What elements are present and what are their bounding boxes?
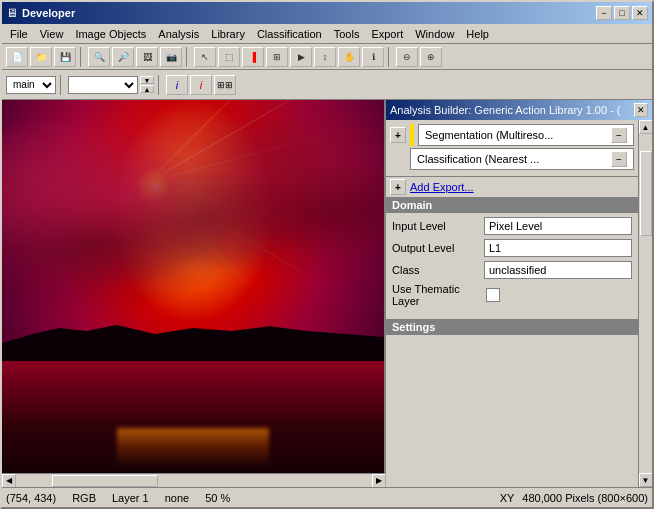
toolbar-btn-cursor[interactable]: ↕ xyxy=(314,47,336,67)
status-bar: (754, 434) RGB Layer 1 none 50 % XY 480,… xyxy=(2,487,652,507)
domain-section: Domain Input Level Output Level xyxy=(386,197,638,487)
pixel-count: 480,000 Pixels (800×600) xyxy=(522,492,648,504)
menu-image-objects[interactable]: Image Objects xyxy=(69,26,152,42)
toolbar-btn-zoom-out[interactable]: 🔎 xyxy=(112,47,134,67)
ab-close-button[interactable]: ✕ xyxy=(634,103,648,117)
toolbar-btn-export[interactable]: ⬚ xyxy=(218,47,240,67)
thematic-checkbox[interactable] xyxy=(486,288,500,302)
scroll-down-btn[interactable]: ▼ xyxy=(639,473,653,487)
layer-select[interactable] xyxy=(68,76,138,94)
output-level-row: Output Level xyxy=(392,239,632,257)
class-label: Class xyxy=(392,264,480,276)
input-level-row: Input Level xyxy=(392,217,632,235)
toolbar-btn-img2[interactable]: 📷 xyxy=(160,47,182,67)
toolbar-btn-zoom-in[interactable]: 🔍 xyxy=(88,47,110,67)
classification-box[interactable]: Classification (Nearest ... − xyxy=(410,148,634,170)
segmentation-add-btn[interactable]: + xyxy=(390,127,406,143)
toolbar-btn-minus[interactable]: ⊖ xyxy=(396,47,418,67)
toolbar-btn-info2[interactable]: i xyxy=(166,75,188,95)
nav-up-btn[interactable]: ▲ xyxy=(140,85,154,93)
toolbar-btn-img1[interactable]: 🖼 xyxy=(136,47,158,67)
app-icon: 🖥 xyxy=(6,6,18,20)
none-info: none xyxy=(165,492,189,504)
analysis-builder-panel: Analysis Builder: Generic Action Library… xyxy=(386,100,652,487)
view-select[interactable]: main xyxy=(6,76,56,94)
classification-label: Classification (Nearest ... xyxy=(417,153,539,165)
add-export-row: + Add Export... xyxy=(386,177,638,197)
settings-header: Settings xyxy=(386,319,638,335)
add-export-add-btn[interactable]: + xyxy=(390,179,406,195)
nav-buttons: ▼ ▲ xyxy=(140,76,154,93)
nav-down-btn[interactable]: ▼ xyxy=(140,76,154,84)
segmentation-minus-btn[interactable]: − xyxy=(611,127,627,143)
menu-file[interactable]: File xyxy=(4,26,34,42)
output-level-field[interactable] xyxy=(484,239,632,257)
v-scroll-track[interactable] xyxy=(639,134,653,473)
add-export-link[interactable]: Add Export... xyxy=(410,181,474,193)
scroll-up-btn[interactable]: ▲ xyxy=(639,120,653,134)
zoom-level: 50 % xyxy=(205,492,230,504)
scroll-right-btn[interactable]: ▶ xyxy=(372,474,386,488)
sep-2 xyxy=(186,47,190,67)
xy-label: XY xyxy=(500,492,515,504)
menu-classification[interactable]: Classification xyxy=(251,26,328,42)
domain-header: Domain xyxy=(386,197,638,213)
toolbar-btn-color[interactable]: ▐ xyxy=(242,47,264,67)
toolbar-row-2: main ▼ ▲ i i ⊞⊞ xyxy=(2,70,652,100)
menu-analysis[interactable]: Analysis xyxy=(152,26,205,42)
ab-title: Analysis Builder: Generic Action Library… xyxy=(390,104,621,116)
coords-display: (754, 434) xyxy=(6,492,56,504)
main-window: 🖥 Developer − □ ✕ File View Image Object… xyxy=(0,0,654,509)
toolbar-btn-run[interactable]: ▶ xyxy=(290,47,312,67)
class-field[interactable] xyxy=(484,261,632,279)
class-row: Class xyxy=(392,261,632,279)
toolbar-btn-save[interactable]: 💾 xyxy=(54,47,76,67)
v-scroll-thumb[interactable] xyxy=(640,151,652,236)
vertical-scrollbar[interactable]: ▲ ▼ xyxy=(638,120,652,487)
sep-3 xyxy=(388,47,392,67)
image-canvas[interactable] xyxy=(2,100,386,473)
scroll-track[interactable] xyxy=(16,474,372,488)
maximize-button[interactable]: □ xyxy=(614,6,630,20)
thematic-row: Use Thematic Layer xyxy=(392,283,632,307)
classification-row: Classification (Nearest ... − xyxy=(410,148,634,170)
toolbar-btn-info[interactable]: ℹ xyxy=(362,47,384,67)
segmentation-box[interactable]: Segmentation (Multireso... − xyxy=(418,124,634,146)
segmentation-row: + Segmentation (Multireso... − xyxy=(390,124,634,146)
menu-export[interactable]: Export xyxy=(365,26,409,42)
toolbar-btn-layer[interactable]: ⊞ xyxy=(266,47,288,67)
image-panel-container: ◀ ▶ xyxy=(2,100,386,487)
toolbar-row-1: 📄 📁 💾 🔍 🔎 🖼 📷 ↖ ⬚ ▐ ⊞ ▶ ↕ ✋ ℹ ⊖ ⊕ xyxy=(2,44,652,70)
sep-5 xyxy=(158,75,162,95)
toolbar-btn-pan[interactable]: ✋ xyxy=(338,47,360,67)
input-level-field[interactable] xyxy=(484,217,632,235)
input-level-label: Input Level xyxy=(392,220,480,232)
menu-library[interactable]: Library xyxy=(205,26,251,42)
toolbar-btn-plus[interactable]: ⊕ xyxy=(420,47,442,67)
color-mode: RGB xyxy=(72,492,96,504)
close-button[interactable]: ✕ xyxy=(632,6,648,20)
menu-tools[interactable]: Tools xyxy=(328,26,366,42)
toolbar-btn-grid[interactable]: ⊞⊞ xyxy=(214,75,236,95)
scroll-left-btn[interactable]: ◀ xyxy=(2,474,16,488)
segmentation-label: Segmentation (Multireso... xyxy=(425,129,553,141)
output-level-label: Output Level xyxy=(392,242,480,254)
horizontal-scrollbar[interactable]: ◀ ▶ xyxy=(2,473,386,487)
menu-help[interactable]: Help xyxy=(460,26,495,42)
toolbar-btn-info3[interactable]: i xyxy=(190,75,212,95)
toolbar-btn-open[interactable]: 📁 xyxy=(30,47,52,67)
ab-tree: + Segmentation (Multireso... − xyxy=(386,120,638,177)
sep-4 xyxy=(60,75,64,95)
minimize-button[interactable]: − xyxy=(596,6,612,20)
toolbar-btn-arrow[interactable]: ↖ xyxy=(194,47,216,67)
ab-title-bar: Analysis Builder: Generic Action Library… xyxy=(386,100,652,120)
classification-minus-btn[interactable]: − xyxy=(611,151,627,167)
scroll-thumb[interactable] xyxy=(52,475,159,487)
thematic-label: Use Thematic Layer xyxy=(392,283,482,307)
window-title: Developer xyxy=(22,7,75,19)
menu-window[interactable]: Window xyxy=(409,26,460,42)
menu-view[interactable]: View xyxy=(34,26,70,42)
menu-bar: File View Image Objects Analysis Library… xyxy=(2,24,652,44)
main-content: ◀ ▶ Analysis Builder: Generic Action Lib… xyxy=(2,100,652,507)
toolbar-btn-new[interactable]: 📄 xyxy=(6,47,28,67)
